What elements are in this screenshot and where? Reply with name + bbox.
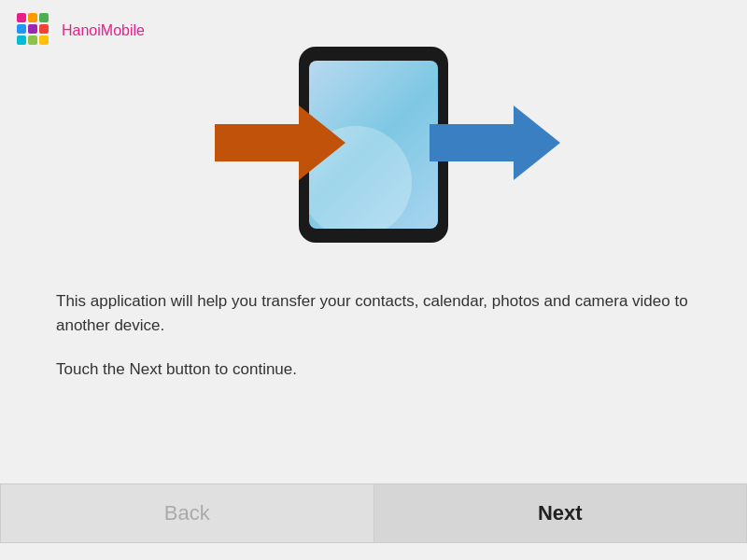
arrow-left-icon: [215, 105, 345, 184]
arrow-right-icon: [430, 105, 560, 184]
phone-wrapper: [299, 47, 448, 243]
transfer-illustration: [0, 19, 747, 271]
description-text: This application will help you transfer …: [56, 289, 691, 339]
instruction-text: Touch the Next button to continue.: [56, 357, 691, 382]
svg-marker-9: [215, 105, 345, 180]
button-row: Back Next: [0, 483, 747, 543]
next-button[interactable]: Next: [374, 483, 748, 543]
svg-marker-10: [430, 105, 560, 180]
back-button[interactable]: Back: [0, 483, 374, 543]
main-content: This application will help you transfer …: [56, 289, 691, 382]
